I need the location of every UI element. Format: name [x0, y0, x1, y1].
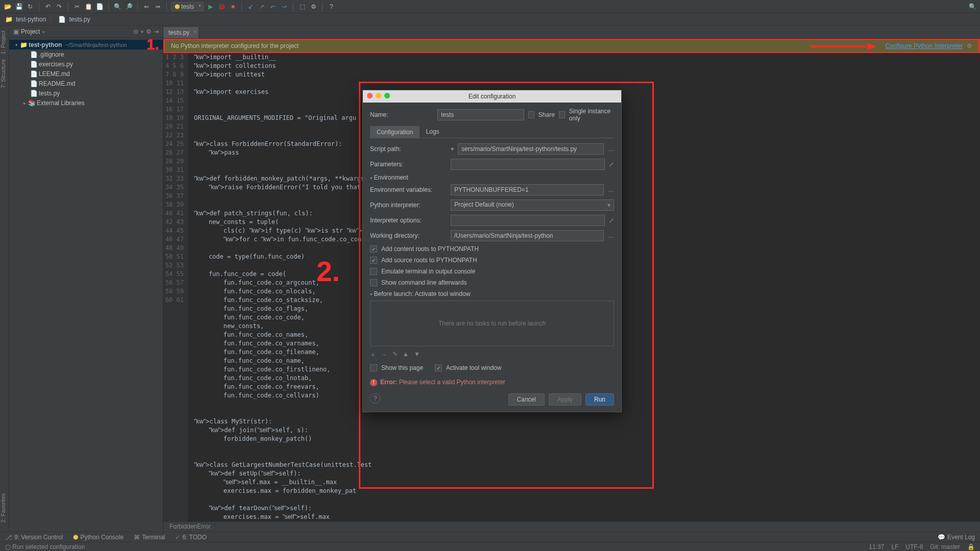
vcs-rollback-icon[interactable]: ⤻	[280, 2, 289, 11]
dialog-title: Edit configuration	[469, 93, 516, 100]
share-checkbox[interactable]	[528, 111, 534, 118]
tab-tests[interactable]: tests.py×	[163, 27, 199, 38]
run-icon[interactable]: ▶	[206, 2, 215, 11]
save-icon[interactable]: 💾	[14, 2, 23, 11]
parameters-input[interactable]	[451, 159, 605, 170]
tab-configuration[interactable]: Configuration	[370, 126, 420, 138]
cut-icon[interactable]: ✂	[72, 2, 82, 11]
banner-gear-icon[interactable]: ⚙	[967, 42, 972, 49]
undo-icon[interactable]: ↶	[43, 2, 53, 11]
move-down-icon[interactable]: ▼	[414, 350, 420, 359]
tree-file-leeme[interactable]: 📄LEEME.md	[9, 69, 163, 79]
expand-icon-2[interactable]: ⤢	[609, 217, 614, 224]
tab-favorites[interactable]: 2: Favorites	[0, 493, 6, 522]
activate-tool-checkbox[interactable]	[435, 364, 442, 371]
show-page-checkbox[interactable]	[370, 364, 377, 371]
remove-task-icon[interactable]: －	[381, 350, 387, 359]
close-tab-icon[interactable]: ×	[194, 29, 197, 35]
debug-icon[interactable]: 🐞	[217, 2, 226, 11]
move-up-icon[interactable]: ▲	[403, 350, 409, 359]
status-line-sep[interactable]: LF	[891, 543, 898, 550]
search-everywhere-icon[interactable]: 🔍	[968, 2, 977, 11]
add-task-icon[interactable]: ＋	[370, 350, 376, 359]
script-path-toggle-icon[interactable]: ▾	[451, 145, 454, 153]
configure-interpreter-link[interactable]: Configure Python Interpreter	[886, 42, 963, 49]
emulate-terminal-checkbox[interactable]	[370, 268, 377, 275]
project-tree: ▾📁 test-python ~/SmartNinja/test-python …	[9, 38, 163, 110]
status-ws-icon[interactable]: ▢	[5, 543, 11, 550]
envvars-input[interactable]	[451, 184, 604, 195]
expand-icon[interactable]: ⤢	[609, 161, 614, 168]
apply-button[interactable]: Apply	[549, 393, 581, 406]
before-launch-section[interactable]: Before launch: Activate tool window	[370, 290, 614, 297]
tool-todo[interactable]: ✓6: TODO	[175, 534, 207, 541]
edit-task-icon[interactable]: ✎	[393, 350, 398, 359]
tree-file-readme[interactable]: 📄README.md	[9, 79, 163, 88]
interpreter-banner: No Python interpreter configured for the…	[163, 39, 980, 53]
envvars-browse-icon[interactable]: …	[608, 186, 614, 193]
left-tool-strip: 1: Project 7: Structure 2: Favorites	[0, 26, 9, 533]
help-icon[interactable]: ?	[327, 2, 336, 11]
cancel-button[interactable]: Cancel	[508, 393, 545, 406]
run-button[interactable]: Run	[585, 393, 614, 406]
tool-python-console[interactable]: ⬢Python Console	[73, 534, 124, 541]
help-button[interactable]: ?	[370, 393, 380, 404]
vcs-history-icon[interactable]: ⤺	[268, 2, 278, 11]
status-encoding[interactable]: UTF-8	[905, 543, 923, 550]
redo-icon[interactable]: ↷	[55, 2, 64, 11]
name-input[interactable]	[437, 109, 524, 120]
structure-icon[interactable]: ⬚	[298, 2, 307, 11]
back-icon[interactable]: ⇐	[142, 2, 151, 11]
tree-file-gitignore[interactable]: 📄.gitignore	[9, 49, 163, 59]
tab-logs[interactable]: Logs	[420, 126, 445, 138]
interp-options-input[interactable]	[451, 215, 605, 226]
environment-section[interactable]: Environment	[370, 174, 614, 181]
tool-vcs[interactable]: ⎇9: Version Control	[5, 534, 63, 541]
tree-root[interactable]: ▾📁 test-python ~/SmartNinja/test-python	[9, 40, 163, 49]
window-controls[interactable]	[367, 93, 390, 98]
script-path-input[interactable]	[458, 143, 604, 155]
vcs-commit-icon[interactable]: ↗	[257, 2, 266, 11]
browse-icon[interactable]: …	[608, 145, 614, 153]
source-roots-checkbox[interactable]	[370, 257, 377, 264]
tab-structure[interactable]: 7: Structure	[0, 59, 6, 88]
tool-event-log[interactable]: 💬Event Log	[938, 534, 975, 541]
fwd-icon[interactable]: ⇒	[153, 2, 162, 11]
settings-icon[interactable]: ⚙	[309, 2, 318, 11]
project-title[interactable]: Project	[21, 28, 40, 35]
tree-file-exercises[interactable]: 📄exercises.py	[9, 59, 163, 69]
crumb-project[interactable]: test-python	[16, 16, 46, 23]
tree-file-tests[interactable]: 📄tests.py	[9, 88, 163, 98]
tab-project[interactable]: 1: Project	[0, 31, 6, 54]
copy-icon[interactable]: 📋	[84, 2, 93, 11]
vcs-update-icon[interactable]: ↙	[246, 2, 255, 11]
status-lock-icon[interactable]: 🔒	[967, 543, 975, 550]
show-cmdline-checkbox[interactable]	[370, 279, 377, 286]
paste-icon[interactable]: 📄	[95, 2, 104, 11]
status-message: Run selected configuration	[12, 543, 85, 550]
wdir-browse-icon[interactable]: …	[608, 232, 614, 239]
gear-icon[interactable]: ⚙	[146, 28, 152, 35]
tool-terminal[interactable]: ⌘Terminal	[134, 534, 165, 541]
single-instance-checkbox[interactable]	[559, 111, 565, 118]
crumb-file[interactable]: tests.py	[69, 16, 90, 23]
breadcrumb: 📁 test-python 〉 📄 tests.py	[0, 13, 980, 26]
interpreter-select[interactable]: Project Default (none)▾	[451, 199, 614, 211]
refresh-icon[interactable]: ↻	[26, 2, 35, 11]
line-gutter: 1 2 3 4 5 6 7 8 9 10 11 12 13 14 15 16 1…	[163, 53, 188, 521]
run-config-selector[interactable]: ⬢tests	[171, 2, 204, 11]
replace-icon[interactable]: 🔎	[124, 2, 133, 11]
tree-external-libs[interactable]: ▸📚External Libraries	[9, 98, 163, 108]
working-dir-input[interactable]	[451, 230, 604, 241]
status-git[interactable]: Git: master	[930, 543, 960, 550]
open-icon[interactable]: 📂	[3, 2, 12, 11]
hide-icon[interactable]: ⇥	[154, 28, 159, 35]
find-icon[interactable]: 🔍	[113, 2, 122, 11]
collapse-icon[interactable]: ⊖	[133, 28, 138, 35]
target-icon[interactable]: ⌖	[140, 28, 144, 35]
content-roots-checkbox[interactable]	[370, 245, 377, 253]
dialog-titlebar: Edit configuration	[363, 90, 621, 103]
name-label: Name:	[370, 111, 433, 118]
parameters-label: Parameters:	[370, 161, 447, 168]
stop-icon[interactable]: ■	[228, 2, 237, 11]
